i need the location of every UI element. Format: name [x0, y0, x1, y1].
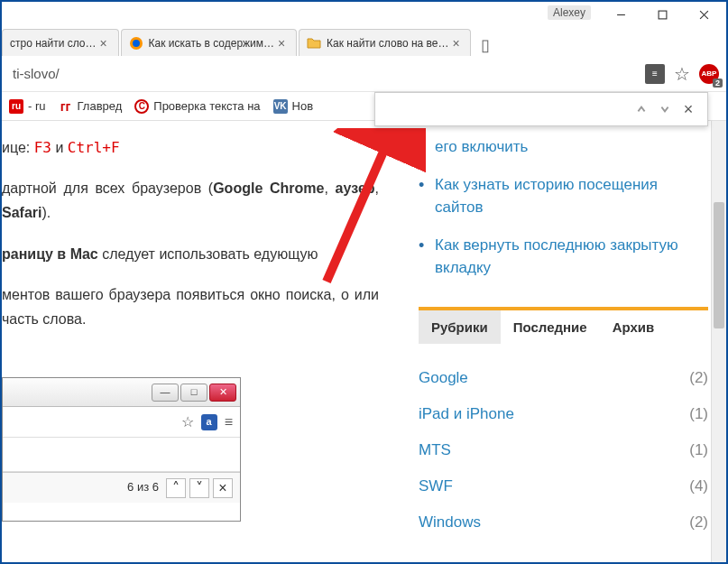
- inner-find-count: 6 из 6: [127, 477, 159, 497]
- svg-point-5: [133, 40, 140, 47]
- tab-title: стро найти сло…: [10, 37, 97, 50]
- firefox-icon: [129, 36, 143, 51]
- bookmark-star-icon[interactable]: ☆: [674, 63, 690, 85]
- window-maximize-button[interactable]: [641, 4, 683, 25]
- inner-minimize-icon: —: [152, 384, 179, 402]
- svg-rect-1: [659, 11, 667, 19]
- bookmark-ru[interactable]: ru - ru: [9, 99, 46, 114]
- page-content: ице: F3 и Ctrl+F дартной для всех браузе…: [2, 121, 726, 562]
- tab-close-icon[interactable]: ×: [274, 36, 289, 51]
- category-item: MTS(1): [419, 432, 708, 468]
- ru-icon: ru: [9, 99, 23, 114]
- user-label: Alexey: [548, 5, 591, 20]
- category-link[interactable]: iPad и iPhone: [419, 405, 514, 423]
- bookmark-label: Нов: [292, 99, 314, 113]
- bookmark-label: Проверка текста на: [153, 99, 260, 113]
- browser-tab-1[interactable]: Как искать в содержим… ×: [121, 29, 298, 56]
- bookmark-textcheck[interactable]: C Проверка текста на: [134, 99, 260, 114]
- scrollbar-thumb[interactable]: [714, 202, 724, 328]
- category-link[interactable]: MTS: [419, 441, 451, 459]
- bookmark-vk[interactable]: VK Нов: [273, 99, 314, 114]
- tab-close-icon[interactable]: ×: [97, 36, 111, 51]
- new-tab-button[interactable]: ▯: [473, 34, 498, 56]
- category-link[interactable]: Windows: [419, 513, 481, 532]
- find-in-page-bar: ×: [374, 92, 708, 126]
- embedded-screenshot: — □ ✕ ☆ a ≡ 6 из 6 ˄ ˅ ×: [2, 377, 241, 522]
- inner-x-icon: ×: [213, 478, 233, 498]
- category-count: (4): [689, 477, 708, 495]
- sidebar-link[interactable]: Как узнать историю посещения сайтов: [435, 176, 658, 217]
- category-count: (2): [689, 369, 708, 387]
- inner-findbar: 6 из 6 ˄ ˅ ×: [3, 472, 240, 503]
- vertical-scrollbar[interactable]: [711, 121, 726, 562]
- window-minimize-button[interactable]: [600, 4, 641, 25]
- sidebar-link[interactable]: Как вернуть последнюю закрытую вкладку: [435, 236, 678, 277]
- find-prev-button[interactable]: [630, 97, 653, 121]
- tab-recent[interactable]: Последние: [501, 310, 600, 344]
- abp-badge: 2: [713, 79, 723, 88]
- category-list: Google(2) iPad и iPhone(1) MTS(1) SWF(4)…: [419, 360, 708, 541]
- find-close-button[interactable]: ×: [677, 100, 700, 119]
- folder-icon: [307, 36, 321, 51]
- list-item: его включить: [419, 135, 708, 159]
- bookmark-label: Главред: [78, 99, 123, 113]
- bookmark-glavred[interactable]: гг Главред: [59, 99, 123, 114]
- category-item: iPad и iPhone(1): [419, 396, 708, 432]
- inner-down-icon: ˅: [189, 478, 209, 498]
- inner-up-icon: ˄: [166, 478, 186, 498]
- inner-titlebar: — □ ✕: [3, 378, 240, 407]
- inner-menu-icon: ≡: [225, 410, 233, 434]
- browser-tab-0[interactable]: стро найти сло… ×: [2, 29, 119, 56]
- tab-title: Как найти слово на ве…: [327, 37, 448, 50]
- bookmark-label: - ru: [28, 99, 46, 113]
- find-input[interactable]: [382, 98, 630, 120]
- reader-mode-icon[interactable]: ≡: [645, 64, 665, 84]
- inner-urlbar: ☆ a ≡: [3, 407, 240, 438]
- widget-tabs: Рубрики Последние Архив: [419, 310, 708, 344]
- category-count: (2): [689, 513, 708, 532]
- list-item: Как вернуть последнюю закрытую вкладку: [419, 234, 708, 280]
- sidebar: его включить Как узнать историю посещени…: [397, 121, 726, 562]
- inner-maximize-icon: □: [180, 384, 207, 402]
- article-body: ице: F3 и Ctrl+F дартной для всех браузе…: [2, 121, 397, 562]
- list-item: Как узнать историю посещения сайтов: [419, 173, 708, 219]
- c-circle-icon: C: [134, 99, 149, 114]
- window-close-button[interactable]: [683, 4, 724, 25]
- window-titlebar: Alexey: [2, 2, 726, 27]
- tab-rubrics[interactable]: Рубрики: [419, 310, 501, 344]
- kbd-ctrlf: Ctrl+F: [68, 139, 120, 156]
- tab-strip: стро найти сло… × Как искать в содержим……: [2, 27, 726, 56]
- url-text[interactable]: ti-slovo/: [9, 66, 645, 81]
- category-item: Google(2): [419, 360, 708, 396]
- abp-extension-icon[interactable]: ABP 2: [699, 64, 719, 84]
- categories-widget: Рубрики Последние Архив Google(2) iPad и…: [419, 307, 708, 541]
- category-count: (1): [689, 405, 708, 423]
- related-links: его включить Как узнать историю посещени…: [419, 135, 708, 280]
- find-next-button[interactable]: [653, 97, 677, 121]
- category-item: SWF(4): [419, 468, 708, 504]
- inner-close-icon: ✕: [209, 384, 236, 402]
- vk-icon: VK: [273, 99, 288, 114]
- glavred-icon: гг: [59, 99, 73, 114]
- category-link[interactable]: Google: [419, 369, 468, 387]
- category-count: (1): [689, 441, 708, 459]
- category-link[interactable]: SWF: [419, 477, 453, 495]
- address-bar: ti-slovo/ ≡ ☆ ABP 2: [2, 56, 726, 92]
- tab-close-icon[interactable]: ×: [448, 36, 463, 51]
- tab-archive[interactable]: Архив: [600, 310, 668, 344]
- kbd-f3: F3: [34, 139, 51, 156]
- inner-star-icon: ☆: [181, 410, 194, 434]
- browser-tab-2[interactable]: Как найти слово на ве… ×: [299, 29, 471, 56]
- category-item: Windows(2): [419, 504, 708, 541]
- inner-a-icon: a: [201, 414, 217, 430]
- tab-title: Как искать в содержим…: [149, 37, 275, 50]
